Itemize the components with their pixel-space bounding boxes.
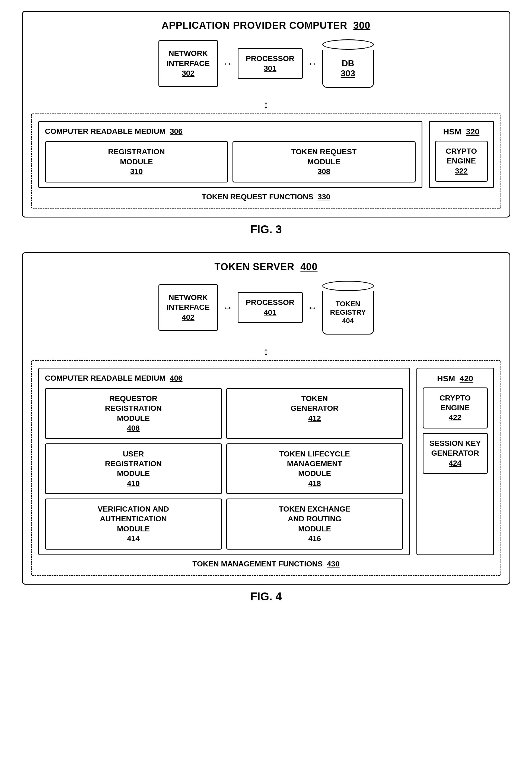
fig4-hsm-title: HSM 420 — [423, 374, 488, 383]
fig4-title: TOKEN SERVER 400 — [31, 261, 501, 272]
fig3-top-row: NETWORK INTERFACE 302 ↔ PROCESSOR 301 ↔ — [31, 39, 501, 88]
fig4-top-row: NETWORK INTERFACE 402 ↔ PROCESSOR 401 ↔ — [31, 281, 501, 335]
fig4-verification: VERIFICATION AND AUTHENTICATION MODULE 4… — [45, 498, 222, 550]
fig3-registration-module: REGISTRATION MODULE 310 — [45, 141, 228, 182]
fig3-network-interface: NETWORK INTERFACE 302 — [158, 40, 218, 87]
fig3-bottom-section: COMPUTER READABLE MEDIUM 306 REGISTRATIO… — [38, 121, 494, 188]
fig4-hsm-box: HSM 420 CRYPTO ENGINE 422 SESSION KEY GE… — [416, 368, 494, 555]
fig4-tr-top — [322, 281, 374, 291]
fig4-session-key: SESSION KEY GENERATOR 424 — [423, 433, 488, 474]
fig3-hsm-box: HSM 320 CRYPTO ENGINE 322 — [429, 121, 494, 188]
fig4-processor: PROCESSOR 401 — [238, 292, 303, 323]
fig3-label: FIG. 3 — [22, 223, 510, 236]
fig4-token-exchange: TOKEN EXCHANGE AND ROUTING MODULE 416 — [226, 498, 403, 550]
fig4-requestor-reg: REQUESTOR REGISTRATION MODULE 408 — [45, 388, 222, 439]
fig4-arrow-proc-tr: ↔ — [303, 302, 322, 313]
fig3-outer-box: APPLICATION PROVIDER COMPUTER 300 NETWOR… — [22, 11, 510, 217]
fig3-crm-box: COMPUTER READABLE MEDIUM 306 REGISTRATIO… — [38, 121, 422, 188]
fig3-arrow-proc-db: ↔ — [303, 58, 322, 69]
fig4-label: FIG. 4 — [22, 590, 510, 603]
fig3-db-top — [322, 39, 374, 50]
fig4-outer-box: TOKEN SERVER 400 NETWORK INTERFACE 402 ↔… — [22, 252, 510, 585]
fig4-arrow-down: ↕ — [31, 343, 501, 360]
fig3-hsm-title: HSM 320 — [435, 127, 488, 136]
fig4-crm-box: COMPUTER READABLE MEDIUM 406 REQUESTOR R… — [38, 368, 410, 555]
fig3-dashed-box: COMPUTER READABLE MEDIUM 306 REGISTRATIO… — [31, 114, 501, 209]
fig4-bottom-section: COMPUTER READABLE MEDIUM 406 REQUESTOR R… — [38, 368, 494, 555]
fig4-token-generator: TOKEN GENERATOR 412 — [226, 388, 403, 439]
fig4-hsm-modules: CRYPTO ENGINE 422 SESSION KEY GENERATOR … — [423, 387, 488, 474]
fig3-token-request-module: TOKEN REQUEST MODULE 308 — [232, 141, 416, 182]
fig3-crm-modules: REGISTRATION MODULE 310 TOKEN REQUEST MO… — [45, 141, 416, 182]
fig3-dashed-label: TOKEN REQUEST FUNCTIONS 330 — [38, 192, 494, 201]
diagram-container: APPLICATION PROVIDER COMPUTER 300 NETWOR… — [22, 11, 510, 603]
fig4-arrow-ni-proc: ↔ — [218, 302, 238, 313]
fig4-dashed-box: COMPUTER READABLE MEDIUM 406 REQUESTOR R… — [31, 360, 501, 576]
fig3-crypto-engine: CRYPTO ENGINE 322 — [435, 141, 488, 182]
fig4-token-registry: TOKEN REGISTRY 404 — [322, 281, 374, 335]
fig3-db: DB 303 — [322, 39, 374, 88]
fig3-arrow-ni-proc: ↔ — [218, 58, 238, 69]
fig4-network-interface: NETWORK INTERFACE 402 — [158, 284, 218, 331]
fig4-user-reg: USER REGISTRATION MODULE 410 — [45, 443, 222, 494]
fig3-title: APPLICATION PROVIDER COMPUTER 300 — [31, 20, 501, 31]
fig3-processor: PROCESSOR 301 — [238, 48, 303, 79]
fig4-token-lifecycle: TOKEN LIFECYCLE MANAGEMENT MODULE 418 — [226, 443, 403, 494]
fig4-tr-body: TOKEN REGISTRY 404 — [322, 291, 374, 335]
fig4-crypto-engine: CRYPTO ENGINE 422 — [423, 387, 488, 428]
fig4-dashed-label: TOKEN MANAGEMENT FUNCTIONS 430 — [38, 560, 494, 568]
fig3-db-body: DB 303 — [322, 50, 374, 88]
fig4-crm-modules: REQUESTOR REGISTRATION MODULE 408 TOKEN … — [45, 388, 403, 550]
fig3-arrow-down: ↕ — [31, 96, 501, 114]
